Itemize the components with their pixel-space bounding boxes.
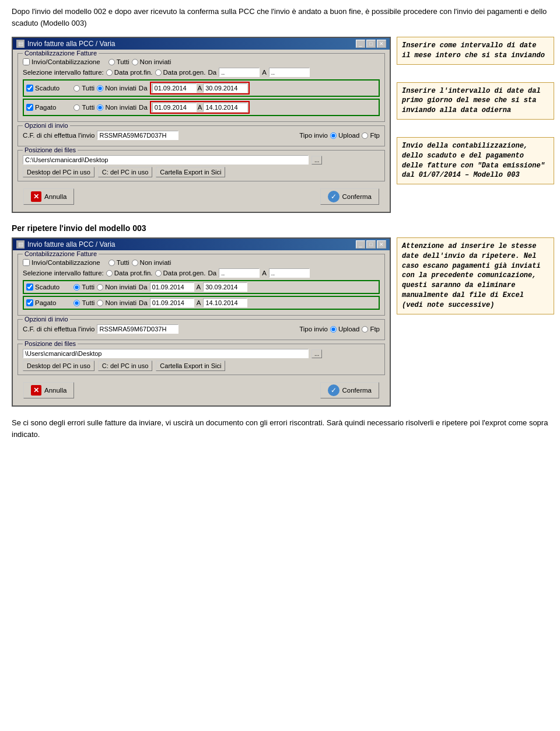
d2-scaduto-checkbox-item[interactable]: Scaduto: [26, 284, 60, 291]
d2-a-input[interactable]: [269, 268, 310, 278]
d2-minimize-button[interactable]: _: [356, 240, 365, 249]
scad-tutti-radio[interactable]: [74, 85, 80, 92]
close-button[interactable]: ✕: [377, 40, 386, 48]
d2-c-drive-button[interactable]: C: del PC in uso: [98, 361, 152, 371]
browse-button[interactable]: ...: [312, 156, 322, 165]
d2-non-inviati-radio-item[interactable]: Non inviati: [132, 259, 172, 266]
upload-radio-item[interactable]: Upload: [330, 132, 359, 139]
data-prot-fin-radio[interactable]: [106, 69, 113, 76]
scad-da-input[interactable]: [152, 83, 197, 93]
pag-da-input[interactable]: [152, 103, 197, 112]
dialog1-controls[interactable]: _ □ ✕: [356, 40, 386, 48]
d2-pagato-checkbox-item[interactable]: Pagato: [26, 299, 56, 306]
non-inviati-radio[interactable]: [132, 59, 138, 65]
upload-radio[interactable]: [330, 132, 337, 139]
data-prot-gen-radio[interactable]: [155, 69, 162, 76]
d2-da-input[interactable]: [219, 268, 260, 278]
data-prot-fin-item[interactable]: Data prot.fin.: [106, 69, 153, 76]
conferma-button[interactable]: ✓ Conferma: [320, 188, 380, 205]
path-input[interactable]: [23, 155, 309, 165]
d2-close-button[interactable]: ✕: [377, 240, 386, 249]
conferma-label: Conferma: [342, 193, 372, 200]
pagato-checkbox[interactable]: [26, 104, 33, 111]
d2-pag-da-input[interactable]: [150, 298, 194, 307]
check-icon: ✓: [328, 191, 340, 202]
d2-opzioni-row: C.F. di chi effettua l'invio Tipo invio …: [23, 324, 380, 334]
d2-data-prot-fin-item[interactable]: Data prot.fin.: [106, 270, 153, 277]
d2-scad-da-input[interactable]: [150, 282, 194, 292]
c-drive-button[interactable]: C: del PC in uso: [98, 167, 152, 177]
d2-pag-non-inviati-radio[interactable]: [97, 300, 103, 306]
group-files-label: Posizione dei files: [23, 146, 78, 153]
pag-a-input[interactable]: [203, 103, 247, 112]
a-input[interactable]: [269, 68, 310, 77]
cf-input[interactable]: [97, 131, 178, 140]
pag-non-inviati-item[interactable]: Non inviati: [97, 104, 136, 111]
d2-tutti-radio[interactable]: [108, 260, 115, 266]
invio-checkbox-item[interactable]: Invio/Contabilizzazione: [23, 58, 100, 65]
d2-tipo-invio-label: Tipo invio: [299, 326, 328, 333]
data-prot-gen-item[interactable]: Data prot.gen.: [155, 69, 206, 76]
d2-invio-checkbox-item[interactable]: Invio/Contabilizzazione: [23, 259, 100, 266]
d2-scad-tutti-radio[interactable]: [74, 284, 80, 291]
d2-upload-radio[interactable]: [330, 326, 337, 333]
desktop-button[interactable]: Desktop del PC in uso: [23, 167, 94, 177]
d2-cartella-button[interactable]: Cartella Export in Sici: [156, 361, 225, 371]
scaduto-checkbox-item[interactable]: Scaduto: [26, 85, 60, 92]
d2-pag-tutti-item[interactable]: Tutti: [74, 299, 94, 306]
scad-tutti-item[interactable]: Tutti: [74, 85, 94, 92]
d2-pagato-checkbox[interactable]: [26, 299, 33, 306]
d2-maximize-button[interactable]: □: [366, 240, 376, 249]
d2-pag-non-inviati-item[interactable]: Non inviati: [97, 299, 136, 306]
d2-scad-a-input[interactable]: [203, 282, 247, 292]
dialog2-controls[interactable]: _ □ ✕: [356, 240, 386, 249]
scad-a-input[interactable]: [203, 83, 247, 93]
d2-tutti-radio-item[interactable]: Tutti: [108, 259, 130, 266]
pag-non-inviati-radio[interactable]: [97, 104, 103, 111]
d2-annulla-button[interactable]: ✕ Annulla: [23, 382, 74, 398]
d2-non-inviati-radio[interactable]: [132, 260, 138, 266]
scad-non-inviati-item[interactable]: Non inviati: [97, 85, 136, 92]
pagato-checkbox-item[interactable]: Pagato: [26, 104, 56, 111]
scad-non-inviati-radio[interactable]: [97, 85, 103, 92]
group-opzioni: Opzioni di invio C.F. di chi effettua l'…: [18, 125, 385, 146]
d2-cf-input[interactable]: [97, 324, 178, 334]
d2-upload-radio-item[interactable]: Upload: [330, 326, 359, 333]
annotation3: Invio della contabilizzazione, dello sca…: [397, 137, 554, 184]
d2-scaduto-checkbox[interactable]: [26, 284, 33, 291]
non-inviati-radio-item[interactable]: Non inviati: [132, 58, 172, 65]
d2-ftp-radio-item[interactable]: Ftp: [362, 326, 380, 333]
d2-conferma-button[interactable]: ✓ Conferma: [320, 382, 380, 398]
d2-scad-non-inviati-radio[interactable]: [97, 284, 103, 291]
d2-pag-a-input[interactable]: [203, 298, 247, 307]
d2-pag-tutti-radio[interactable]: [74, 300, 80, 306]
d2-data-prot-gen-radio[interactable]: [155, 270, 162, 277]
da-input[interactable]: [219, 68, 260, 77]
tutti-radio[interactable]: [108, 59, 115, 65]
d2-scad-tutti-item[interactable]: Tutti: [74, 284, 94, 291]
d2-desktop-button[interactable]: Desktop del PC in uso: [23, 361, 94, 371]
d2-data-prot-gen-item[interactable]: Data prot.gen.: [155, 270, 206, 277]
d2-browse-button[interactable]: ...: [312, 349, 322, 358]
d2-data-prot-gen-label: Data prot.gen.: [163, 270, 206, 277]
dialog1-titlebar: ▤ Invio fatture alla PCC / Varia _ □ ✕: [13, 38, 390, 50]
pag-tutti-radio[interactable]: [74, 104, 80, 111]
annulla-button[interactable]: ✕ Annulla: [23, 188, 74, 205]
d2-cf-label: C.F. di chi effettua l'invio: [23, 326, 94, 333]
ftp-radio[interactable]: [362, 132, 368, 139]
scaduto-checkbox[interactable]: [26, 85, 33, 92]
d2-invio-checkbox[interactable]: [23, 259, 30, 266]
pag-tutti-item[interactable]: Tutti: [74, 104, 94, 111]
d2-scad-non-inviati-item[interactable]: Non inviati: [97, 284, 136, 291]
d2-path-input[interactable]: [23, 349, 309, 358]
d2-a-label: A: [262, 270, 267, 277]
invio-checkbox[interactable]: [23, 58, 30, 65]
ftp-radio-item[interactable]: Ftp: [362, 132, 380, 139]
d2-data-prot-fin-radio[interactable]: [106, 270, 113, 277]
minimize-button[interactable]: _: [356, 40, 365, 48]
maximize-button[interactable]: □: [366, 40, 376, 48]
cartella-button[interactable]: Cartella Export in Sici: [156, 167, 225, 177]
d2-ftp-radio[interactable]: [362, 326, 368, 333]
tutti-radio-item[interactable]: Tutti: [108, 58, 130, 65]
pagato-label: Pagato: [35, 104, 56, 111]
